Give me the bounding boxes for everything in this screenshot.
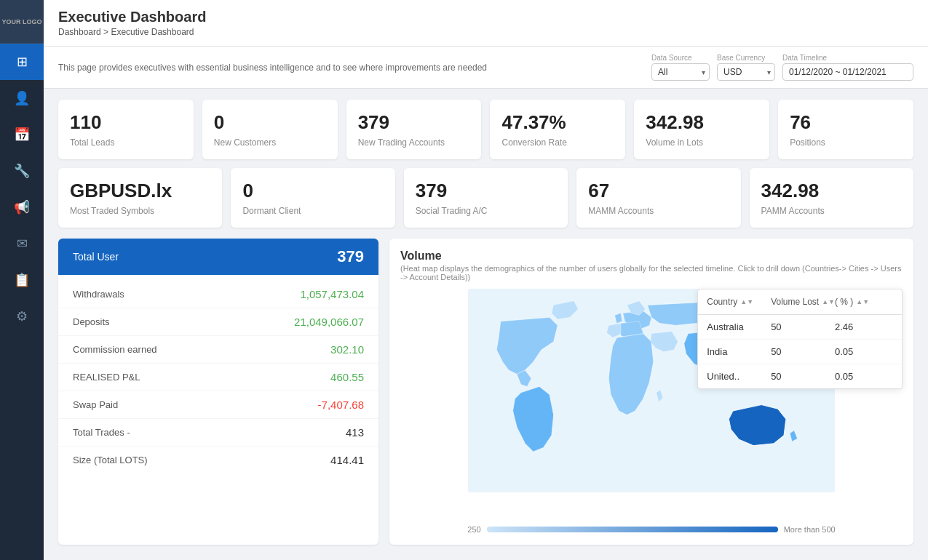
breadcrumb-current: Executive Dashboard [111,27,194,37]
dashboard-icon: ⊞ [17,54,28,70]
content-area: 110 Total Leads 0 New Customers 379 New … [44,89,928,560]
stats-row-1: 110 Total Leads 0 New Customers 379 New … [58,100,913,159]
reports-icon: 📋 [14,272,30,288]
stat-value-r2-0: GBPUSD.lx [70,180,210,202]
stat-card-row1-5: 76 Positions [778,100,913,159]
sidebar-item-calendar[interactable]: 📅 [0,116,44,153]
stat-value-r2-4: 342.98 [761,180,902,202]
metric-name-0: Withdrawals [73,289,124,300]
total-user-value: 379 [337,247,364,266]
stat-card-row2-2: 379 Social Trading A/C [404,168,568,228]
volume-title: Volume [400,249,903,263]
sidebar-item-settings[interactable]: ⚙ [0,298,44,335]
stats-row-2: GBPUSD.lx Most Traded Symbols 0 Dormant … [58,168,913,228]
col-country: Country ▲▼ [707,297,771,307]
stat-label-r2-3: MAMM Accounts [588,206,729,216]
stat-card-row1-0: 110 Total Leads [58,100,194,159]
breadcrumb-separator: > [103,27,111,37]
map-legend: 250 More than 500 [400,525,903,534]
toolbar: This page provides executives with essen… [44,47,928,89]
data-timeline-input[interactable] [782,63,913,81]
country-percent-2: 0.05 [835,371,893,382]
stat-card-row2-4: 342.98 PAMM Accounts [750,168,913,228]
stat-label-r1-4: Volume in Lots [646,137,758,148]
total-user-bar: Total User 379 [58,239,378,275]
country-name-0: Australia [707,321,771,332]
metric-value-6: 414.41 [330,454,364,466]
sidebar-item-messages[interactable]: ✉ [0,225,44,262]
sidebar-item-tools[interactable]: 🔧 [0,153,44,189]
stat-label-r2-0: Most Traded Symbols [70,206,210,216]
metric-row-1: Deposits 21,049,066.07 [58,308,378,336]
messages-icon: ✉ [17,236,28,252]
volume-subtitle: (Heat map displays the demographics of t… [400,264,903,281]
data-source-control: Data Source All [651,54,710,81]
metric-value-2: 302.10 [330,343,364,356]
country-percent-0: 2.46 [835,321,893,332]
metrics-list: Withdrawals 1,057,473.04 Deposits 21,049… [58,275,378,479]
stat-value-r1-4: 342.98 [646,111,758,134]
metric-name-1: Deposits [73,316,110,327]
users-icon: 👤 [14,90,30,106]
country-volume-table: Country ▲▼ Volume Lost ▲▼ ( % ) ▲▼ [697,289,903,389]
data-source-select[interactable]: All [651,63,710,81]
page-title: Executive Dashboard [58,9,913,25]
stat-card-row2-1: 0 Dormant Client [231,168,394,228]
base-currency-control: Base Currency USD [717,54,775,81]
country-volume-2: 50 [771,371,835,382]
bottom-section: Total User 379 Withdrawals 1,057,473.04 … [58,239,913,545]
metric-value-1: 21,049,066.07 [294,316,364,328]
stat-card-row1-1: 0 New Customers [202,100,338,159]
metric-row-6: Size (Total LOTS) 414.41 [58,447,378,473]
sidebar-item-campaigns[interactable]: 📢 [0,189,44,225]
metric-name-5: Total Trades - [73,427,130,438]
settings-icon: ⚙ [16,308,28,324]
sort-country-icon[interactable]: ▲▼ [740,299,753,305]
sidebar: YOUR LOGO ⊞ 👤 📅 🔧 📢 ✉ 📋 ⚙ [0,0,44,560]
stat-card-row1-4: 342.98 Volume in Lots [634,100,769,159]
main-content: Executive Dashboard Dashboard > Executiv… [44,0,928,560]
sort-volume-icon[interactable]: ▲▼ [822,299,835,305]
country-volume-0: 50 [771,321,835,332]
country-name-2: United.. [707,371,771,382]
stat-value-r1-0: 110 [70,111,182,134]
col-volume: Volume Lost ▲▼ [771,297,835,307]
stat-label-r1-1: New Customers [214,137,326,148]
breadcrumb-home: Dashboard [58,27,101,37]
stat-value-r1-1: 0 [214,111,326,134]
stat-label-r2-1: Dormant Client [242,206,383,216]
data-source-label: Data Source [651,54,710,62]
base-currency-label: Base Currency [717,54,775,62]
metric-value-5: 413 [346,426,364,439]
sidebar-item-users[interactable]: 👤 [0,80,44,116]
legend-max-label: More than 500 [784,525,836,534]
stat-label-r1-0: Total Leads [70,137,182,148]
metric-value-0: 1,057,473.04 [300,288,364,300]
metric-value-4: -7,407.68 [318,399,364,411]
country-row-1: India 50 0.05 [698,340,902,364]
sidebar-item-dashboard[interactable]: ⊞ [0,44,44,80]
country-table-body: Australia 50 2.46 India 50 0.05 United..… [698,315,902,388]
toolbar-description: This page provides executives with essen… [58,63,651,73]
legend-min-label: 250 [467,525,480,534]
stat-value-r1-3: 47.37% [501,111,614,134]
metric-name-3: REALISED P&L [73,372,140,383]
country-volume-1: 50 [771,346,835,357]
country-name-1: India [707,346,771,357]
stat-value-r2-3: 67 [588,180,729,202]
stat-card-row1-3: 47.37% Conversion Rate [490,100,625,159]
sidebar-item-reports[interactable]: 📋 [0,262,44,298]
base-currency-wrapper: USD [717,63,775,81]
stat-value-r2-1: 0 [242,180,383,202]
total-user-label: Total User [73,251,119,263]
tools-icon: 🔧 [14,163,30,179]
stat-value-r2-2: 379 [416,180,556,202]
metric-row-0: Withdrawals 1,057,473.04 [58,281,378,308]
app-logo: YOUR LOGO [0,0,44,44]
sort-percent-icon[interactable]: ▲▼ [856,299,869,305]
map-container: Country ▲▼ Volume Lost ▲▼ ( % ) ▲▼ [400,289,903,521]
base-currency-select[interactable]: USD [717,63,775,81]
campaigns-icon: 📢 [14,199,30,215]
col-percent: ( % ) ▲▼ [835,297,893,307]
stat-card-row2-3: 67 MAMM Accounts [576,168,740,228]
